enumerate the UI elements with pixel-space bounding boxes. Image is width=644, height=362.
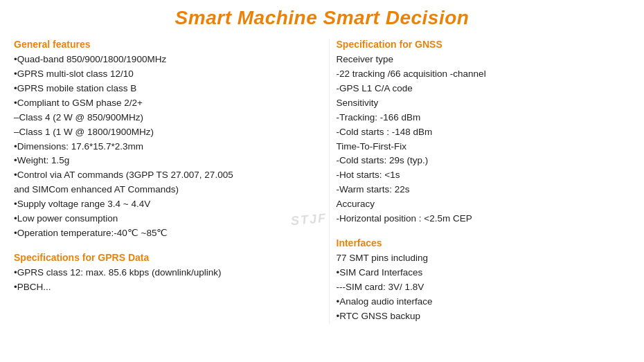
spec-line: Receiver type (337, 53, 631, 67)
section-interfaces: Interfaces 77 SMT pins including •SIM Ca… (337, 237, 631, 324)
spec-line: Accuracy (337, 197, 631, 212)
section-heading-general: General features (14, 39, 308, 50)
section-gprs-data: Specifications for GPRS Data •GPRS class… (14, 252, 308, 295)
spec-line: •Analog audio interface (337, 295, 631, 309)
spec-line: •Weight: 1.5g (14, 154, 308, 168)
spec-line: Time-To-First-Fix (337, 140, 631, 154)
spec-line: •Compliant to GSM phase 2/2+ (14, 96, 308, 111)
spec-line: •PBCH... (14, 280, 308, 295)
page-title: Smart Machine Smart Decision (14, 7, 630, 29)
section-general-lines: •Quad-band 850/900/1800/1900MHz •GPRS mu… (14, 53, 308, 241)
spec-line: –Class 1 (1 W @ 1800/1900MHz) (14, 125, 308, 140)
left-column: General features •Quad-band 850/900/1800… (14, 39, 315, 324)
spec-line: -GPS L1 C/A code (337, 82, 631, 96)
spec-line: and SIMCom enhanced AT Commands) (14, 183, 308, 197)
spec-line: •GPRS class 12: max. 85.6 kbps (downlink… (14, 266, 308, 280)
spec-line: -Cold starts: 29s (typ.) (337, 154, 631, 168)
section-heading-gnss: Specification for GNSS (337, 39, 631, 50)
spec-line: •SIM Card Interfaces (337, 266, 631, 280)
spec-line: •Control via AT commands (3GPP TS 27.007… (14, 168, 308, 183)
spec-line: -Warm starts: 22s (337, 183, 631, 197)
section-heading-gprs: Specifications for GPRS Data (14, 252, 308, 263)
page: Smart Machine Smart Decision General fea… (0, 0, 644, 362)
spec-line: 77 SMT pins including (337, 251, 631, 266)
spec-line: •GPRS mobile station class B (14, 82, 308, 96)
section-gprs-lines: •GPRS class 12: max. 85.6 kbps (downlink… (14, 266, 308, 295)
section-heading-interfaces: Interfaces (337, 237, 631, 248)
spec-line: -Tracking: -166 dBm (337, 111, 631, 125)
spec-line: •Quad-band 850/900/1800/1900MHz (14, 53, 308, 67)
spec-line: -22 tracking /66 acquisition -channel (337, 67, 631, 82)
spec-line: -Cold starts : -148 dBm (337, 125, 631, 140)
section-gnss-lines: Receiver type -22 tracking /66 acquisiti… (337, 53, 631, 226)
spec-line: •Dimensions: 17.6*15.7*2.3mm (14, 140, 308, 154)
section-interfaces-lines: 77 SMT pins including •SIM Card Interfac… (337, 251, 631, 324)
spec-line: ---SIM card: 3V/ 1.8V (337, 280, 631, 295)
spec-line: •GPRS multi-slot class 12/10 (14, 67, 308, 82)
spec-line: -Hot starts: <1s (337, 168, 631, 183)
spec-line: •Low power consumption (14, 212, 308, 226)
section-general-features: General features •Quad-band 850/900/1800… (14, 39, 308, 241)
right-column: Specification for GNSS Receiver type -22… (329, 39, 631, 324)
spec-line: -Horizontal position : <2.5m CEP (337, 212, 631, 226)
spec-line: –Class 4 (2 W @ 850/900MHz) (14, 111, 308, 125)
spec-line: •RTC GNSS backup (337, 309, 631, 324)
spec-line: •Operation temperature:-40℃ ~85℃ (14, 226, 308, 241)
content-columns: General features •Quad-band 850/900/1800… (14, 39, 630, 324)
spec-line: Sensitivity (337, 96, 631, 111)
spec-line: •Supply voltage range 3.4 ~ 4.4V (14, 197, 308, 212)
section-gnss: Specification for GNSS Receiver type -22… (337, 39, 631, 226)
